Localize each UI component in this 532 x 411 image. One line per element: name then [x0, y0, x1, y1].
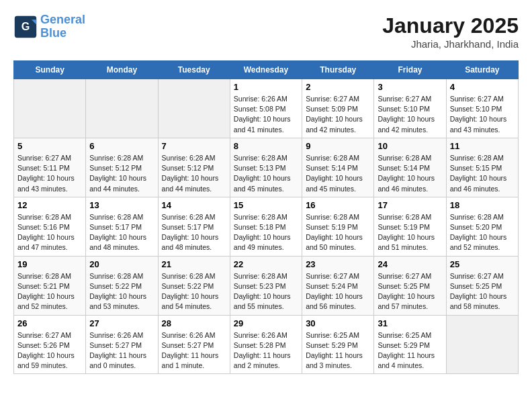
day-cell: 29Sunrise: 6:26 AM Sunset: 5:28 PM Dayli…	[230, 315, 302, 374]
day-info: Sunrise: 6:27 AM Sunset: 5:11 PM Dayligh…	[17, 153, 82, 194]
day-cell: 3Sunrise: 6:27 AM Sunset: 5:10 PM Daylig…	[374, 79, 446, 138]
day-info: Sunrise: 6:28 AM Sunset: 5:17 PM Dayligh…	[89, 212, 154, 253]
weekday-header-friday: Friday	[374, 61, 446, 79]
day-number: 9	[306, 141, 370, 151]
week-row-1: 1Sunrise: 6:26 AM Sunset: 5:08 PM Daylig…	[14, 79, 519, 138]
day-cell	[446, 315, 518, 374]
title-block: January 2025 Jharia, Jharkhand, India	[382, 13, 519, 50]
day-number: 23	[306, 259, 370, 269]
day-cell	[14, 79, 86, 138]
day-info: Sunrise: 6:28 AM Sunset: 5:12 PM Dayligh…	[162, 153, 226, 194]
day-info: Sunrise: 6:27 AM Sunset: 5:25 PM Dayligh…	[378, 271, 442, 312]
day-cell: 22Sunrise: 6:28 AM Sunset: 5:23 PM Dayli…	[230, 256, 302, 315]
day-cell: 17Sunrise: 6:28 AM Sunset: 5:19 PM Dayli…	[374, 197, 446, 256]
day-number: 24	[378, 259, 442, 269]
day-number: 4	[450, 82, 515, 92]
day-info: Sunrise: 6:26 AM Sunset: 5:27 PM Dayligh…	[162, 330, 226, 371]
day-number: 12	[17, 200, 82, 210]
day-info: Sunrise: 6:28 AM Sunset: 5:19 PM Dayligh…	[306, 212, 370, 253]
weekday-header-monday: Monday	[86, 61, 158, 79]
day-number: 21	[162, 259, 226, 269]
day-number: 19	[17, 259, 82, 269]
day-cell: 15Sunrise: 6:28 AM Sunset: 5:18 PM Dayli…	[230, 197, 302, 256]
week-row-4: 19Sunrise: 6:28 AM Sunset: 5:21 PM Dayli…	[14, 256, 519, 315]
day-info: Sunrise: 6:28 AM Sunset: 5:14 PM Dayligh…	[306, 153, 370, 194]
day-number: 1	[234, 82, 298, 92]
day-number: 10	[378, 141, 442, 151]
day-cell: 14Sunrise: 6:28 AM Sunset: 5:17 PM Dayli…	[158, 197, 230, 256]
svg-text:G: G	[21, 20, 30, 32]
logo-icon: G	[13, 15, 38, 39]
page-header: G General Blue January 2025 Jharia, Jhar…	[13, 13, 519, 50]
weekday-header-sunday: Sunday	[14, 61, 86, 79]
day-cell: 5Sunrise: 6:27 AM Sunset: 5:11 PM Daylig…	[14, 138, 86, 197]
day-info: Sunrise: 6:28 AM Sunset: 5:17 PM Dayligh…	[162, 212, 226, 253]
day-info: Sunrise: 6:27 AM Sunset: 5:24 PM Dayligh…	[306, 271, 370, 312]
day-number: 20	[89, 259, 154, 269]
calendar-header: SundayMondayTuesdayWednesdayThursdayFrid…	[14, 61, 519, 79]
day-cell: 4Sunrise: 6:27 AM Sunset: 5:10 PM Daylig…	[446, 79, 518, 138]
day-number: 22	[234, 259, 298, 269]
day-number: 31	[378, 318, 442, 328]
day-number: 6	[89, 141, 154, 151]
weekday-header-wednesday: Wednesday	[230, 61, 302, 79]
day-info: Sunrise: 6:28 AM Sunset: 5:22 PM Dayligh…	[162, 271, 226, 312]
day-number: 27	[89, 318, 154, 328]
day-cell: 18Sunrise: 6:28 AM Sunset: 5:20 PM Dayli…	[446, 197, 518, 256]
day-number: 14	[162, 200, 226, 210]
day-info: Sunrise: 6:27 AM Sunset: 5:25 PM Dayligh…	[450, 271, 515, 312]
day-cell: 30Sunrise: 6:25 AM Sunset: 5:29 PM Dayli…	[302, 315, 374, 374]
day-info: Sunrise: 6:26 AM Sunset: 5:27 PM Dayligh…	[89, 330, 154, 371]
weekday-row: SundayMondayTuesdayWednesdayThursdayFrid…	[14, 61, 519, 79]
day-number: 13	[89, 200, 154, 210]
calendar-subtitle: Jharia, Jharkhand, India	[382, 38, 519, 50]
day-info: Sunrise: 6:26 AM Sunset: 5:08 PM Dayligh…	[234, 94, 298, 135]
day-info: Sunrise: 6:27 AM Sunset: 5:26 PM Dayligh…	[17, 330, 82, 371]
day-number: 15	[234, 200, 298, 210]
week-row-2: 5Sunrise: 6:27 AM Sunset: 5:11 PM Daylig…	[14, 138, 519, 197]
day-info: Sunrise: 6:27 AM Sunset: 5:10 PM Dayligh…	[450, 94, 515, 135]
day-number: 2	[306, 82, 370, 92]
logo-line2: Blue	[40, 26, 66, 40]
weekday-header-tuesday: Tuesday	[158, 61, 230, 79]
logo-line1: General	[40, 13, 85, 26]
day-info: Sunrise: 6:28 AM Sunset: 5:22 PM Dayligh…	[89, 271, 154, 312]
day-info: Sunrise: 6:28 AM Sunset: 5:21 PM Dayligh…	[17, 271, 82, 312]
day-info: Sunrise: 6:28 AM Sunset: 5:23 PM Dayligh…	[234, 271, 298, 312]
day-cell: 20Sunrise: 6:28 AM Sunset: 5:22 PM Dayli…	[86, 256, 158, 315]
day-number: 28	[162, 318, 226, 328]
day-cell: 21Sunrise: 6:28 AM Sunset: 5:22 PM Dayli…	[158, 256, 230, 315]
day-info: Sunrise: 6:28 AM Sunset: 5:12 PM Dayligh…	[89, 153, 154, 194]
calendar-title: January 2025	[382, 13, 519, 38]
day-info: Sunrise: 6:27 AM Sunset: 5:09 PM Dayligh…	[306, 94, 370, 135]
day-info: Sunrise: 6:27 AM Sunset: 5:10 PM Dayligh…	[378, 94, 442, 135]
day-number: 8	[234, 141, 298, 151]
day-cell	[158, 79, 230, 138]
day-cell: 2Sunrise: 6:27 AM Sunset: 5:09 PM Daylig…	[302, 79, 374, 138]
day-number: 17	[378, 200, 442, 210]
day-number: 11	[450, 141, 515, 151]
day-cell: 16Sunrise: 6:28 AM Sunset: 5:19 PM Dayli…	[302, 197, 374, 256]
day-cell: 13Sunrise: 6:28 AM Sunset: 5:17 PM Dayli…	[86, 197, 158, 256]
day-info: Sunrise: 6:25 AM Sunset: 5:29 PM Dayligh…	[378, 330, 442, 371]
day-cell: 10Sunrise: 6:28 AM Sunset: 5:14 PM Dayli…	[374, 138, 446, 197]
day-cell: 27Sunrise: 6:26 AM Sunset: 5:27 PM Dayli…	[86, 315, 158, 374]
day-info: Sunrise: 6:26 AM Sunset: 5:28 PM Dayligh…	[234, 330, 298, 371]
day-number: 18	[450, 200, 515, 210]
day-number: 16	[306, 200, 370, 210]
day-cell	[86, 79, 158, 138]
day-number: 5	[17, 141, 82, 151]
weekday-header-saturday: Saturday	[446, 61, 518, 79]
day-cell: 6Sunrise: 6:28 AM Sunset: 5:12 PM Daylig…	[86, 138, 158, 197]
day-cell: 1Sunrise: 6:26 AM Sunset: 5:08 PM Daylig…	[230, 79, 302, 138]
day-info: Sunrise: 6:28 AM Sunset: 5:19 PM Dayligh…	[378, 212, 442, 253]
day-cell: 7Sunrise: 6:28 AM Sunset: 5:12 PM Daylig…	[158, 138, 230, 197]
day-number: 7	[162, 141, 226, 151]
day-cell: 8Sunrise: 6:28 AM Sunset: 5:13 PM Daylig…	[230, 138, 302, 197]
day-cell: 19Sunrise: 6:28 AM Sunset: 5:21 PM Dayli…	[14, 256, 86, 315]
calendar-body: 1Sunrise: 6:26 AM Sunset: 5:08 PM Daylig…	[14, 79, 519, 374]
day-info: Sunrise: 6:28 AM Sunset: 5:14 PM Dayligh…	[378, 153, 442, 194]
day-info: Sunrise: 6:28 AM Sunset: 5:13 PM Dayligh…	[234, 153, 298, 194]
day-info: Sunrise: 6:28 AM Sunset: 5:16 PM Dayligh…	[17, 212, 82, 253]
logo: G General Blue	[13, 13, 85, 40]
